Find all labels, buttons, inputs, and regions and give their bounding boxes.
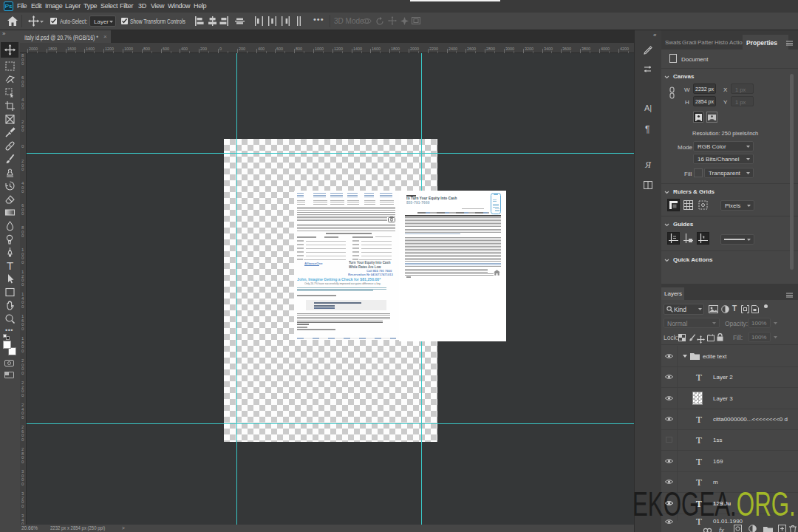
svg-text:T: T (7, 260, 13, 271)
